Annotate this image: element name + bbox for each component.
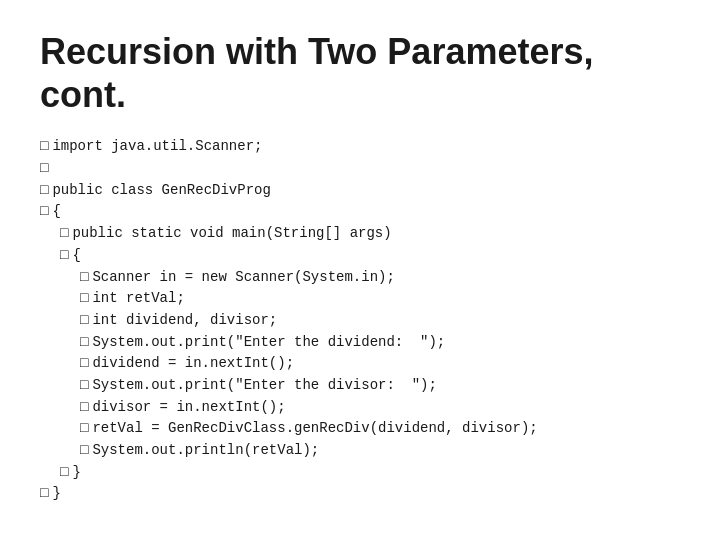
bullet-icon: □ bbox=[40, 483, 48, 505]
code-line: □ bbox=[40, 158, 680, 180]
code-text: divisor = in.nextInt(); bbox=[92, 397, 285, 419]
title-line2: cont. bbox=[40, 74, 126, 115]
code-line: □ { bbox=[40, 201, 680, 223]
code-text: } bbox=[72, 462, 80, 484]
code-text: import java.util.Scanner; bbox=[52, 136, 262, 158]
code-text: } bbox=[52, 483, 60, 505]
bullet-icon: □ bbox=[80, 418, 88, 440]
code-block: □ import java.util.Scanner;□ □ public cl… bbox=[40, 136, 680, 505]
code-text: System.out.println(retVal); bbox=[92, 440, 319, 462]
code-line: □ import java.util.Scanner; bbox=[40, 136, 680, 158]
code-line: □ int retVal; bbox=[40, 288, 680, 310]
bullet-icon: □ bbox=[40, 180, 48, 202]
code-line: □ System.out.println(retVal); bbox=[40, 440, 680, 462]
bullet-icon: □ bbox=[40, 158, 48, 180]
bullet-icon: □ bbox=[80, 440, 88, 462]
bullet-icon: □ bbox=[40, 201, 48, 223]
bullet-icon: □ bbox=[60, 462, 68, 484]
code-text: int retVal; bbox=[92, 288, 184, 310]
code-line: □ retVal = GenRecDivClass.genRecDiv(divi… bbox=[40, 418, 680, 440]
bullet-icon: □ bbox=[60, 245, 68, 267]
slide-title: Recursion with Two Parameters, cont. bbox=[40, 30, 680, 116]
code-line: □ System.out.print("Enter the divisor: "… bbox=[40, 375, 680, 397]
code-line: □ System.out.print("Enter the dividend: … bbox=[40, 332, 680, 354]
code-line: □ int dividend, divisor; bbox=[40, 310, 680, 332]
code-line: □ } bbox=[40, 462, 680, 484]
code-text: int dividend, divisor; bbox=[92, 310, 277, 332]
code-text: public static void main(String[] args) bbox=[72, 223, 391, 245]
bullet-icon: □ bbox=[80, 310, 88, 332]
code-line: □ Scanner in = new Scanner(System.in); bbox=[40, 267, 680, 289]
code-line: □ } bbox=[40, 483, 680, 505]
code-text: { bbox=[72, 245, 80, 267]
code-line: □ public static void main(String[] args) bbox=[40, 223, 680, 245]
code-text: { bbox=[52, 201, 60, 223]
bullet-icon: □ bbox=[80, 288, 88, 310]
code-text: public class GenRecDivProg bbox=[52, 180, 270, 202]
bullet-icon: □ bbox=[80, 397, 88, 419]
bullet-icon: □ bbox=[80, 332, 88, 354]
bullet-icon: □ bbox=[80, 267, 88, 289]
code-line: □ divisor = in.nextInt(); bbox=[40, 397, 680, 419]
slide: Recursion with Two Parameters, cont. □ i… bbox=[0, 0, 720, 540]
bullet-icon: □ bbox=[80, 353, 88, 375]
bullet-icon: □ bbox=[80, 375, 88, 397]
title-line1: Recursion with Two Parameters, bbox=[40, 31, 593, 72]
code-text: Scanner in = new Scanner(System.in); bbox=[92, 267, 394, 289]
bullet-icon: □ bbox=[60, 223, 68, 245]
code-line: □ { bbox=[40, 245, 680, 267]
code-text: dividend = in.nextInt(); bbox=[92, 353, 294, 375]
code-text: System.out.print("Enter the divisor: "); bbox=[92, 375, 436, 397]
bullet-icon: □ bbox=[40, 136, 48, 158]
code-text: retVal = GenRecDivClass.genRecDiv(divide… bbox=[92, 418, 537, 440]
code-line: □ public class GenRecDivProg bbox=[40, 180, 680, 202]
code-text: System.out.print("Enter the dividend: ")… bbox=[92, 332, 445, 354]
code-line: □ dividend = in.nextInt(); bbox=[40, 353, 680, 375]
